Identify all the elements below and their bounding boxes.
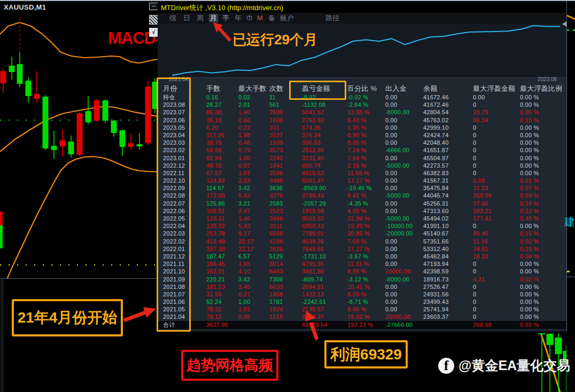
menu-item-巾[interactable]: 巾: [245, 14, 254, 22]
table-cell: 574.36: [302, 124, 347, 131]
indicator-hatch-icon[interactable]: [149, 15, 158, 25]
menu-item-M[interactable]: M: [256, 14, 264, 22]
table-cell: 23603.37: [423, 313, 473, 320]
table-cell: 177.41: [473, 215, 520, 222]
table-cell: 0: [473, 131, 520, 139]
minimize-button[interactable]: ─: [149, 3, 158, 10]
table-cell: 4.10: [238, 268, 269, 275]
menu-item-周[interactable]: 周: [196, 14, 205, 22]
table-cell: 0: [473, 146, 520, 154]
table-row: 2022.07125.863.212583-2057.29-4.35 %0.00…: [158, 200, 566, 207]
table-cell: 5.43: [238, 222, 269, 230]
table-cell: 9.17: [238, 230, 269, 237]
table-cell: 17.17 %: [347, 177, 385, 184]
scroll-left-arrow[interactable]: [562, 21, 566, 27]
table-cell: 1432.13: [302, 291, 347, 298]
table-cell: 38.79: [206, 139, 238, 146]
table-cell: 41651.87: [423, 146, 473, 154]
table-cell: 0.00 %: [520, 260, 566, 268]
table-cell: -8.71 %: [347, 298, 385, 305]
table-cell: 35475.84: [423, 184, 473, 192]
table-cell: 0.22 %: [520, 207, 566, 215]
table-cell: 0: [473, 283, 520, 291]
menu-item-路径[interactable]: 路径: [324, 14, 340, 22]
table-cell: 4.00 %: [347, 207, 385, 215]
table-cell: 2583: [269, 200, 302, 207]
table-cell: 41567.31: [423, 177, 473, 184]
month-column-highlight-box: [157, 77, 191, 332]
table-cell: 3.42: [238, 276, 269, 283]
profit-annotation: 利润69329: [330, 344, 402, 365]
table-cell: 6.57: [238, 253, 269, 260]
table-cell: 0: [473, 154, 520, 162]
table-cell: 0.15 %: [520, 230, 566, 237]
menu-item-账户[interactable]: 账户: [279, 14, 295, 22]
table-cell: 3789.43: [302, 192, 347, 199]
grey-line: [566, 277, 575, 277]
table-cell: 4795.35: [302, 260, 347, 268]
table-cell: 181.23: [206, 283, 238, 291]
watermark-handle: @黄金EA量化交易: [459, 357, 570, 374]
table-cell: 268.98: [473, 192, 520, 199]
table-row: 2022.06106.512.4725231819.584.00 %0.0047…: [158, 207, 566, 215]
table-cell: 45504.97: [423, 154, 473, 162]
table-cell: 41672.46: [423, 101, 473, 108]
profit-header-highlight-box: [289, 81, 346, 100]
table-cell: 0.02 %: [520, 276, 566, 283]
column-header: 百分比 %: [347, 84, 385, 93]
clipped-text-char: 建: [564, 215, 575, 229]
table-cell: 1781: [269, 298, 302, 305]
table-cell: 46382.83: [423, 169, 473, 177]
table-cell: 106.51: [206, 207, 238, 215]
table-cell: 45462.84: [423, 253, 473, 260]
table-cell: 0.16 %: [520, 200, 566, 207]
table-cell: 2.01: [238, 101, 269, 108]
table-cell: -20000.00: [385, 230, 423, 237]
table-cell: 18.33: [473, 253, 520, 260]
table-row: 2022.1167.871.0725964815.5211.58 %0.0046…: [158, 169, 566, 177]
stats-titlebar[interactable]: MTDriver统计 ,V3.10 (http://mtdriver.cn): [158, 1, 566, 13]
table-cell: -5000.00: [385, 162, 423, 169]
table-cell: 0.00: [385, 298, 423, 305]
table-cell: 19.49 %: [347, 222, 385, 230]
table-cell: 2673: [269, 146, 302, 154]
table-cell: 3376: [269, 192, 302, 199]
table-cell: 79.12: [206, 313, 238, 320]
table-cell: -2.64 %: [347, 101, 385, 108]
menu-item-备[interactable]: 备: [267, 14, 276, 22]
table-cell: -3.67 %: [347, 253, 385, 260]
table-cell: 18.02 %: [347, 313, 385, 320]
table-cell: 3926: [269, 245, 302, 253]
table-cell: 6091.47: [302, 177, 347, 184]
table-cell: 48.70: [206, 162, 238, 169]
table-cell: 0.00: [385, 207, 423, 215]
table-cell: 22.17: [238, 245, 269, 253]
table-cell: 89.46: [473, 230, 520, 237]
table-cell: 6.09 %: [347, 291, 385, 298]
strategy-annotation-box: 趋势网格高频: [181, 350, 278, 381]
table-cell: 5129: [269, 253, 302, 260]
table-cell: 2596: [269, 169, 302, 177]
table-cell: 45763.02: [423, 116, 473, 124]
table-cell: 17.27 %: [347, 245, 385, 253]
table-cell: 42273.57: [423, 162, 473, 169]
table-cell: 3.45: [238, 283, 269, 291]
table-cell: -8000.00: [385, 276, 423, 283]
red-arrow-to-total-profit: [299, 309, 321, 342]
table-cell: 22.17: [238, 238, 269, 245]
table-row: 2021.0731.590.2718681432.136.09 %0.00249…: [158, 291, 566, 298]
table-cell: 67.87: [206, 169, 238, 177]
table-cell: -8000.00: [385, 108, 423, 116]
table-cell: 4815.52: [302, 169, 347, 177]
table-cell: 890.74: [302, 162, 347, 169]
left-frame-line: [1, 278, 2, 392]
check-icon[interactable]: √: [149, 28, 158, 37]
menu-item-日[interactable]: 日: [182, 14, 191, 22]
menu-item-综[interactable]: 综: [168, 14, 177, 22]
table-cell: 0.66: [238, 116, 269, 124]
table-cell: 0.00: [385, 131, 423, 139]
table-cell: 1819.58: [302, 207, 347, 215]
table-cell: -0.02 %: [347, 93, 385, 101]
table-cell: 1.46: [238, 215, 269, 222]
table-cell: 112.26: [206, 131, 238, 139]
